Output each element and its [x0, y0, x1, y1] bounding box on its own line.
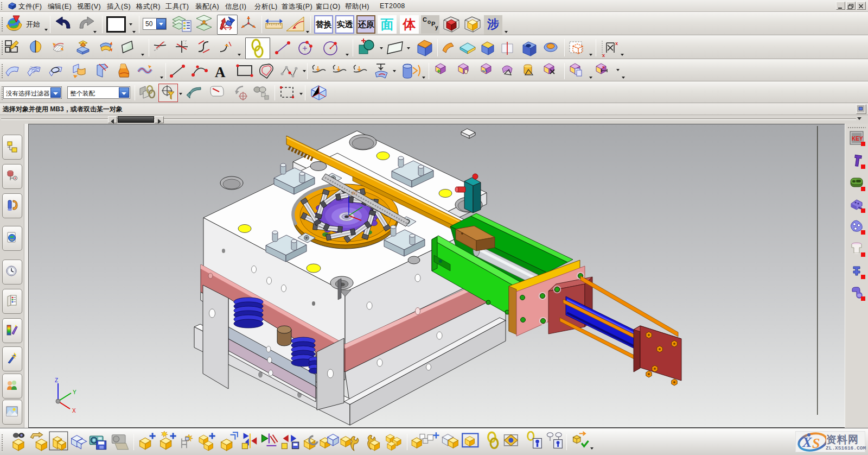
- svg-text:o: o: [427, 19, 431, 25]
- svg-text:S: S: [812, 435, 820, 451]
- svg-text:x: x: [615, 41, 618, 46]
- svg-text:y: y: [435, 24, 438, 30]
- svg-text:X: X: [802, 434, 812, 450]
- svg-text:Y: Y: [73, 389, 76, 395]
- svg-text:x: x: [602, 53, 605, 58]
- svg-text:x: x: [602, 65, 605, 69]
- svg-text:C: C: [423, 16, 427, 23]
- svg-text:Z: Z: [55, 377, 58, 383]
- svg-text:ZC: ZC: [352, 191, 358, 195]
- svg-text:KEY: KEY: [852, 136, 863, 142]
- svg-text:X: X: [72, 408, 76, 414]
